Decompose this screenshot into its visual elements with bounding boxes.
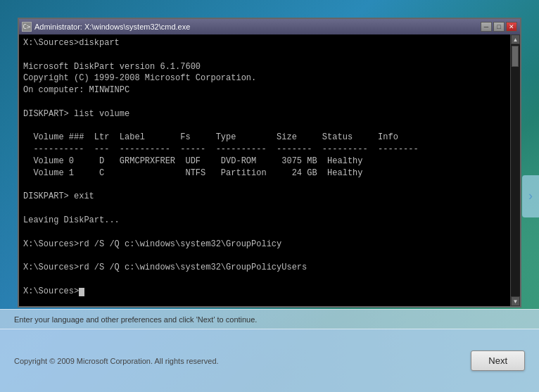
instruction-text: Enter your language and other preference… bbox=[14, 315, 257, 324]
minimize-button[interactable]: ─ bbox=[481, 22, 492, 32]
scroll-up-button[interactable]: ▲ bbox=[511, 34, 520, 44]
window-title: Administrator: X:\windows\system32\cmd.e… bbox=[34, 23, 190, 31]
cmd-content[interactable]: X:\Sources>diskpart Microsoft DiskPart v… bbox=[19, 34, 510, 306]
scroll-track[interactable] bbox=[511, 44, 520, 296]
scroll-down-button[interactable]: ▼ bbox=[511, 296, 520, 306]
side-arrow: › bbox=[522, 175, 539, 217]
title-bar: C> Administrator: X:\windows\system32\cm… bbox=[19, 19, 520, 34]
cmd-icon: C> bbox=[22, 22, 32, 32]
cmd-scrollbar[interactable]: ▲ ▼ bbox=[510, 34, 520, 306]
scroll-thumb[interactable] bbox=[512, 46, 519, 67]
instruction-area: Enter your language and other preference… bbox=[0, 309, 539, 329]
cursor bbox=[79, 288, 84, 296]
close-button[interactable]: ✕ bbox=[506, 22, 517, 32]
cmd-window: C> Administrator: X:\windows\system32\cm… bbox=[18, 18, 521, 308]
title-bar-buttons: ─ □ ✕ bbox=[481, 22, 517, 32]
copyright-text: Copyright © 2009 Microsoft Corporation. … bbox=[14, 357, 219, 365]
bottom-bar: Copyright © 2009 Microsoft Corporation. … bbox=[0, 329, 539, 392]
next-button[interactable]: Next bbox=[471, 350, 525, 371]
maximize-button[interactable]: □ bbox=[493, 22, 505, 32]
cmd-body: X:\Sources>diskpart Microsoft DiskPart v… bbox=[19, 34, 520, 306]
title-bar-left: C> Administrator: X:\windows\system32\cm… bbox=[22, 22, 190, 32]
